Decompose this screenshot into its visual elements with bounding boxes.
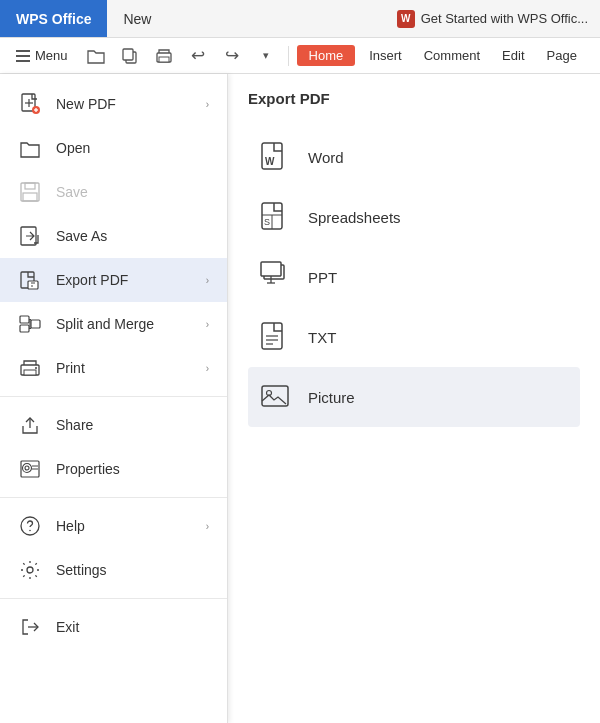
export-pdf-arrow: › — [206, 275, 209, 286]
save-label: Save — [56, 184, 209, 200]
submenu-item-ppt[interactable]: PPT — [248, 247, 580, 307]
svg-point-24 — [23, 464, 32, 473]
get-started-label: Get Started with WPS Offic... — [421, 11, 588, 26]
txt-icon — [258, 319, 294, 355]
picture-icon — [258, 379, 294, 415]
svg-rect-1 — [123, 49, 133, 60]
save-as-icon — [18, 224, 42, 248]
get-started-tab[interactable]: W Get Started with WPS Offic... — [397, 10, 600, 28]
svg-point-28 — [29, 530, 31, 532]
new-pdf-label: New PDF — [56, 96, 206, 112]
share-label: Share — [56, 417, 209, 433]
svg-rect-17 — [20, 325, 29, 332]
dropdown-icon[interactable]: ▾ — [252, 42, 280, 70]
open-file-icon[interactable] — [82, 42, 110, 70]
main-area: New PDF › Open Save — [0, 74, 600, 723]
export-pdf-submenu: Export PDF W Word S — [228, 74, 600, 723]
menu-item-print[interactable]: Print › — [0, 346, 227, 390]
menu-item-split-merge[interactable]: Split and Merge › — [0, 302, 227, 346]
copy-icon[interactable] — [116, 42, 144, 70]
help-icon — [18, 514, 42, 538]
share-icon — [18, 413, 42, 437]
menu-item-save-as[interactable]: Save As — [0, 214, 227, 258]
edit-button[interactable]: Edit — [494, 45, 532, 66]
print-arrow: › — [206, 363, 209, 374]
export-pdf-label: Export PDF — [56, 272, 206, 288]
help-arrow: › — [206, 521, 209, 532]
submenu-item-picture[interactable]: Picture — [248, 367, 580, 427]
svg-rect-12 — [23, 193, 37, 201]
menu-item-save: Save — [0, 170, 227, 214]
new-tab-label: New — [123, 11, 151, 27]
svg-rect-10 — [21, 183, 39, 201]
submenu-item-txt[interactable]: TXT — [248, 307, 580, 367]
new-pdf-icon — [18, 92, 42, 116]
split-merge-label: Split and Merge — [56, 316, 206, 332]
svg-text:W: W — [265, 156, 275, 167]
menu-item-share[interactable]: Share — [0, 403, 227, 447]
print-icon[interactable] — [150, 42, 178, 70]
open-icon — [18, 136, 42, 160]
save-as-label: Save As — [56, 228, 209, 244]
word-icon: W — [258, 139, 294, 175]
spreadsheets-label: Spreadsheets — [308, 209, 401, 226]
home-label: Home — [309, 48, 344, 63]
menu-item-settings[interactable]: Settings — [0, 548, 227, 592]
help-label: Help — [56, 518, 206, 534]
svg-rect-11 — [25, 183, 35, 189]
menu-divider-1 — [0, 396, 227, 397]
print-label: Print — [56, 360, 206, 376]
txt-label: TXT — [308, 329, 336, 346]
svg-rect-16 — [20, 316, 29, 323]
title-bar: WPS Office New W Get Started with WPS Of… — [0, 0, 600, 38]
new-pdf-arrow: › — [206, 99, 209, 110]
word-label: Word — [308, 149, 344, 166]
menu-divider-2 — [0, 497, 227, 498]
properties-label: Properties — [56, 461, 209, 477]
svg-rect-15 — [28, 281, 38, 289]
svg-rect-18 — [31, 320, 40, 328]
menu-label: Menu — [35, 48, 68, 63]
hamburger-icon — [16, 50, 30, 62]
undo-icon[interactable]: ↩ — [184, 42, 212, 70]
insert-button[interactable]: Insert — [361, 45, 410, 66]
toolbar-separator — [288, 46, 289, 66]
submenu-item-spreadsheets[interactable]: S Spreadsheets — [248, 187, 580, 247]
spreadsheets-icon: S — [258, 199, 294, 235]
wps-office-button[interactable]: WPS Office — [0, 0, 107, 37]
settings-icon — [18, 558, 42, 582]
exit-icon — [18, 615, 42, 639]
menu-item-exit[interactable]: Exit — [0, 605, 227, 649]
split-merge-arrow: › — [206, 319, 209, 330]
menu-button[interactable]: Menu — [8, 44, 76, 67]
ppt-label: PPT — [308, 269, 337, 286]
menu-item-export-pdf[interactable]: Export PDF › — [0, 258, 227, 302]
home-button[interactable]: Home — [297, 45, 356, 66]
left-menu: New PDF › Open Save — [0, 74, 228, 723]
comment-button[interactable]: Comment — [416, 45, 488, 66]
properties-icon — [18, 457, 42, 481]
submenu-title: Export PDF — [248, 90, 580, 115]
menu-item-properties[interactable]: Properties — [0, 447, 227, 491]
redo-icon[interactable]: ↪ — [218, 42, 246, 70]
settings-label: Settings — [56, 562, 209, 578]
submenu-item-word[interactable]: W Word — [248, 127, 580, 187]
wps-office-label: WPS Office — [16, 11, 91, 27]
svg-point-29 — [27, 567, 33, 573]
save-icon — [18, 180, 42, 204]
picture-label: Picture — [308, 389, 355, 406]
ppt-icon — [258, 259, 294, 295]
menu-divider-3 — [0, 598, 227, 599]
new-tab[interactable]: New — [107, 0, 167, 37]
menu-item-open[interactable]: Open — [0, 126, 227, 170]
menu-item-new-pdf[interactable]: New PDF › — [0, 82, 227, 126]
open-label: Open — [56, 140, 209, 156]
menu-item-help[interactable]: Help › — [0, 504, 227, 548]
print-menu-icon — [18, 356, 42, 380]
page-button[interactable]: Page — [539, 45, 585, 66]
toolbar: Menu ↩ ↪ ▾ Home Insert Comment Edit Page — [0, 38, 600, 74]
svg-rect-3 — [159, 57, 169, 62]
wps-red-icon: W — [397, 10, 415, 28]
exit-label: Exit — [56, 619, 209, 635]
svg-text:S: S — [264, 217, 270, 227]
